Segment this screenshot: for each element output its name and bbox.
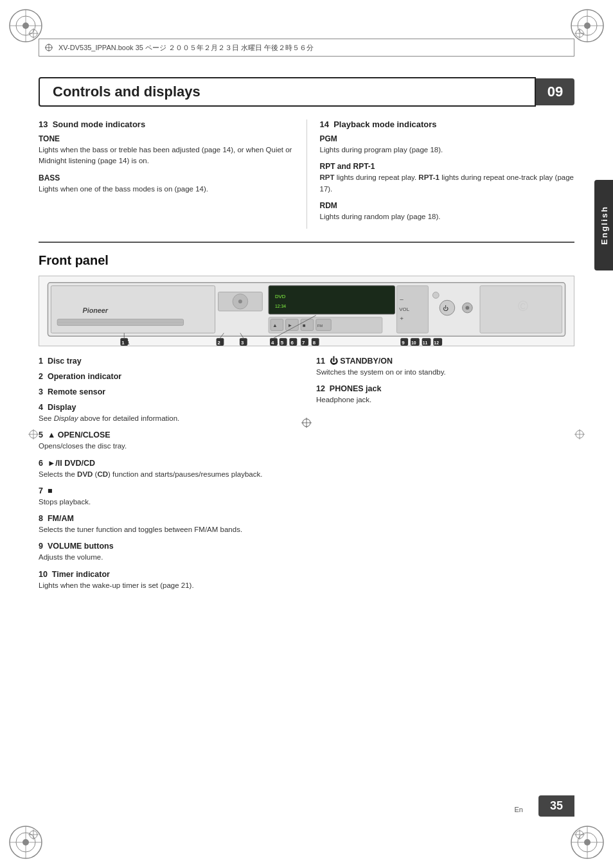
item-4-text: See Display above for detailed informati… [39, 413, 297, 424]
item-10-text: Lights when the wake-up timer is set (pa… [39, 580, 297, 591]
rdm-indicator: RDM Lights during random play (page 18). [320, 201, 575, 222]
section-number: 09 [547, 84, 563, 100]
panel-col-right: 11 ⏻ STANDBY/ON Switches the system on o… [316, 357, 574, 598]
svg-text:6: 6 [290, 340, 294, 346]
pgm-text: Lights during program play (page 18). [320, 145, 575, 155]
svg-text:–: – [400, 296, 404, 303]
section-header: Controls and displays 09 [39, 77, 574, 107]
svg-text:2: 2 [218, 340, 221, 346]
svg-text:■: ■ [303, 323, 306, 328]
file-info: XV-DV535_IPPAN.book 35 ページ ２００５年２月２３日 水曜… [58, 43, 314, 53]
item-1-disc-tray: 1 Disc tray [39, 357, 297, 366]
front-panel-title: Front panel [39, 253, 574, 268]
marker-top-right [573, 27, 586, 40]
svg-text:8: 8 [313, 340, 316, 346]
sound-mode-indicators: 13 Sound mode indicators TONE Lights whe… [39, 120, 306, 229]
sound-mode-num: 13 Sound mode indicators [39, 120, 294, 129]
item-7-stop: 7 ■ Stops playback. [39, 486, 297, 508]
item-4-display: 4 Display See Display above for detailed… [39, 403, 297, 424]
playback-mode-indicators: 14 Playback mode indicators PGM Lights d… [306, 120, 575, 229]
section-title-box: Controls and displays [39, 77, 536, 107]
svg-text:11: 11 [423, 341, 428, 345]
svg-text:DVD: DVD [275, 294, 286, 299]
section-divider [39, 242, 574, 243]
svg-text:►: ► [288, 323, 293, 328]
rpt-text: RPT lights during repeat play. RPT-1 lig… [320, 172, 575, 195]
svg-point-71 [432, 292, 439, 299]
svg-text:VOL: VOL [399, 306, 409, 312]
svg-text:5: 5 [281, 340, 284, 346]
svg-rect-45 [51, 286, 215, 333]
svg-text:9: 9 [402, 340, 405, 346]
english-tab-label: English [600, 206, 609, 245]
tone-indicator: TONE Lights when the bass or treble has … [39, 134, 294, 167]
item-5-open-close: 5 ▲ OPEN/CLOSE Opens/closes the disc tra… [39, 430, 297, 452]
pgm-label: PGM [320, 134, 575, 143]
device-illustration: Pioneer DVD 12:34 ▲ [39, 276, 574, 346]
item-3-remote-sensor: 3 Remote sensor [39, 387, 297, 396]
rpt-indicator: RPT and RPT-1 RPT lights during repeat p… [320, 162, 575, 195]
page-number: 35 [538, 795, 574, 817]
svg-text:©: © [518, 298, 528, 314]
svg-text:Pioneer: Pioneer [82, 306, 108, 314]
svg-text:3: 3 [241, 340, 244, 346]
marker-mid-right [573, 428, 586, 441]
indicators-section: 13 Sound mode indicators TONE Lights whe… [39, 120, 574, 229]
svg-text:⏻: ⏻ [443, 305, 449, 312]
item-11-text: Switches the system on or into standby. [316, 367, 574, 378]
svg-text:4: 4 [271, 340, 274, 346]
svg-text:FM: FM [317, 324, 323, 328]
svg-text:12:34: 12:34 [275, 304, 286, 308]
item-2-operation-indicator: 2 Operation indicator [39, 372, 297, 381]
item-12-text: Headphone jack. [316, 394, 574, 405]
svg-text:▲: ▲ [272, 323, 278, 328]
svg-point-51 [238, 299, 242, 303]
rpt-label: RPT and RPT-1 [320, 162, 575, 171]
item-9-volume: 9 VOLUME buttons Adjusts the volume. [39, 542, 297, 563]
tone-label: TONE [39, 134, 294, 143]
bass-label: BASS [39, 173, 294, 182]
pgm-indicator: PGM Lights during program play (page 18)… [320, 134, 575, 155]
header-bar: XV-DV535_IPPAN.book 35 ページ ２００５年２月２３日 水曜… [39, 39, 574, 57]
front-panel-image: Pioneer DVD 12:34 ▲ [39, 276, 574, 346]
item-9-text: Adjusts the volume. [39, 552, 297, 563]
rdm-label: RDM [320, 201, 575, 210]
svg-text:7: 7 [302, 340, 305, 346]
item-8-text: Selects the tuner function and toggles b… [39, 524, 297, 535]
marker-top-left [27, 27, 40, 40]
rdm-text: Lights during random play (page 18). [320, 211, 575, 222]
page-lang: En [515, 806, 523, 813]
marker-mid-left [27, 428, 40, 441]
main-content: Controls and displays 09 English 13 Soun… [39, 64, 574, 829]
item-12-phones: 12 PHONES jack Headphone jack. [316, 384, 574, 405]
english-tab: English [594, 180, 613, 270]
svg-rect-52 [269, 286, 395, 314]
item-8-fm-am: 8 FM/AM Selects the tuner function and t… [39, 514, 297, 535]
marker-bottom-right [573, 828, 586, 841]
item-10-timer: 10 Timer indicator Lights when the wake-… [39, 570, 297, 591]
svg-text:+: + [400, 315, 404, 322]
item-6-text: Selects the DVD (CD) function and starts… [39, 469, 297, 480]
item-5-text: Opens/closes the disc tray. [39, 441, 297, 452]
playback-mode-num: 14 Playback mode indicators [320, 120, 575, 129]
svg-text:10: 10 [411, 341, 416, 345]
bass-indicator: BASS Lights when one of the bass modes i… [39, 173, 294, 195]
svg-point-75 [465, 306, 469, 310]
svg-text:1: 1 [121, 340, 125, 346]
section-number-box: 09 [536, 78, 574, 105]
panel-col-left: 1 Disc tray 2 Operation indicator 3 Remo… [39, 357, 297, 598]
section-title: Controls and displays [53, 84, 200, 100]
item-6-dvd-cd: 6 ►/II DVD/CD Selects the DVD (CD) funct… [39, 459, 297, 480]
item-11-standby: 11 ⏻ STANDBY/ON Switches the system on o… [316, 357, 574, 378]
tone-text: Lights when the bass or treble has been … [39, 145, 294, 167]
svg-text:12: 12 [434, 341, 439, 345]
item-7-text: Stops playback. [39, 497, 297, 508]
bass-text: Lights when one of the bass modes is on … [39, 184, 294, 195]
header-crosshair-icon [44, 43, 53, 52]
marker-bottom-left [27, 828, 40, 841]
panel-items: 1 Disc tray 2 Operation indicator 3 Remo… [39, 357, 574, 598]
